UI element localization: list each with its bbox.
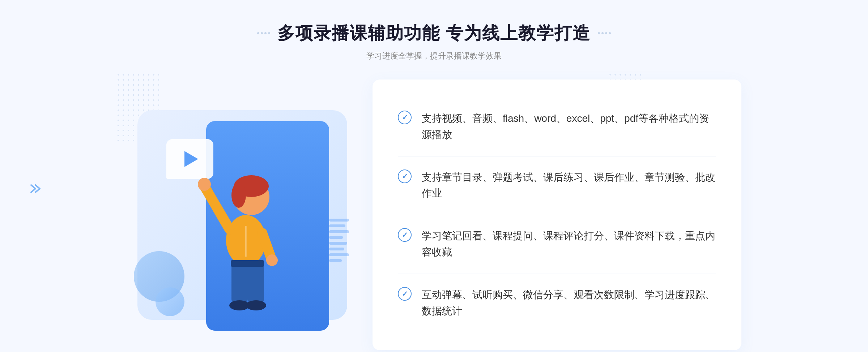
main-content: ✓ 支持视频、音频、flash、word、excel、ppt、pdf等各种格式的… xyxy=(127,80,741,350)
header-dot-1 xyxy=(257,32,259,34)
header-section: 多项录播课辅助功能 专为线上教学打造 学习进度全掌握，提升录播课教学效果 xyxy=(257,22,610,61)
page-title: 多项录播课辅助功能 专为线上教学打造 xyxy=(277,22,590,45)
feature-text-3: 学习笔记回看、课程提问、课程评论打分、课件资料下载，重点内容收藏 xyxy=(422,228,716,261)
header-dot-6 xyxy=(601,32,604,34)
check-icon-4: ✓ xyxy=(398,287,412,301)
header-dot-7 xyxy=(605,32,607,34)
svg-point-6 xyxy=(198,178,211,191)
check-icon-1: ✓ xyxy=(398,111,412,124)
feature-text-1: 支持视频、音频、flash、word、excel、ppt、pdf等各种格式的资源… xyxy=(422,111,716,143)
check-mark-3: ✓ xyxy=(402,231,408,239)
circle-decoration-small xyxy=(156,287,184,316)
feature-text-2: 支持章节目录、弹题考试、课后练习、课后作业、章节测验、批改作业 xyxy=(422,169,716,202)
header-dots-right xyxy=(598,32,611,34)
header-dot-8 xyxy=(609,32,611,34)
header-dot-2 xyxy=(261,32,263,34)
header-title-wrapper: 多项录播课辅助功能 专为线上教学打造 xyxy=(257,22,610,45)
illustration-area xyxy=(127,92,373,338)
page-wrapper: 多项录播课辅助功能 专为线上教学打造 学习进度全掌握，提升录播课教学效果 xyxy=(0,0,868,352)
svg-point-12 xyxy=(246,300,266,310)
feature-item-2: ✓ 支持章节目录、弹题考试、课后练习、课后作业、章节测验、批改作业 xyxy=(398,156,716,215)
header-dots-left xyxy=(257,32,270,34)
check-mark-1: ✓ xyxy=(402,113,408,122)
check-icon-2: ✓ xyxy=(398,169,412,183)
svg-line-4 xyxy=(204,186,230,229)
feature-item-1: ✓ 支持视频、音频、flash、word、excel、ppt、pdf等各种格式的… xyxy=(398,98,716,156)
feature-item-3: ✓ 学习笔记回看、课程提问、课程评论打分、课件资料下载，重点内容收藏 xyxy=(398,215,716,274)
svg-rect-10 xyxy=(231,260,264,267)
person-illustration xyxy=(184,146,307,327)
svg-line-5 xyxy=(262,233,271,258)
page-subtitle: 学习进度全掌握，提升录播课教学效果 xyxy=(257,51,610,61)
stripes-decoration xyxy=(329,219,351,262)
svg-point-7 xyxy=(266,254,278,266)
header-dot-3 xyxy=(264,32,267,34)
header-dot-4 xyxy=(268,32,270,34)
svg-point-3 xyxy=(231,183,246,208)
feature-item-4: ✓ 互动弹幕、试听购买、微信分享、观看次数限制、学习进度跟踪、数据统计 xyxy=(398,274,716,332)
feature-text-4: 互动弹幕、试听购买、微信分享、观看次数限制、学习进度跟踪、数据统计 xyxy=(422,287,716,319)
chevron-left-decoration xyxy=(28,181,44,198)
features-area: ✓ 支持视频、音频、flash、word、excel、ppt、pdf等各种格式的… xyxy=(373,80,741,350)
header-dot-5 xyxy=(598,32,600,34)
check-mark-2: ✓ xyxy=(402,172,408,181)
check-icon-3: ✓ xyxy=(398,228,412,242)
check-mark-4: ✓ xyxy=(402,289,408,298)
